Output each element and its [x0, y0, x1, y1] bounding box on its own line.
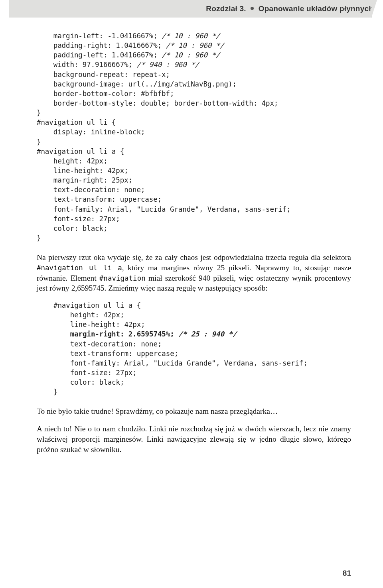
- code-line: #navigation ul li a {: [37, 147, 124, 155]
- code-line: line-height: 42px;: [37, 167, 128, 175]
- code-line: display: inline-block;: [37, 128, 145, 136]
- code-line: color: black;: [37, 224, 107, 232]
- chapter-title: Opanowanie układów płynnych: [259, 4, 373, 13]
- code-line-bold: margin-right: 2.6595745%;: [53, 330, 178, 338]
- code-comment-bold: /* 25 : 940 */: [178, 330, 237, 338]
- code-line: padding-right: 1.0416667%;: [37, 41, 166, 49]
- code-line: height: 42px;: [37, 157, 107, 165]
- code-line: padding-left: 1.0416667%;: [37, 51, 162, 59]
- chapter-header: Rozdział 3. Opanowanie układów płynnych: [9, 0, 379, 18]
- code-line: }: [37, 109, 41, 117]
- para-text: Na pierwszy rzut oka wydaje się, że za c…: [37, 253, 351, 262]
- code-line: font-family: Arial, "Lucida Grande", Ver…: [53, 359, 308, 367]
- code-comment: /* 940 : 960 */: [136, 61, 199, 69]
- code-line: color: black;: [53, 378, 124, 386]
- code-line: }: [37, 138, 41, 146]
- code-comment: /* 10 : 960 */: [166, 41, 224, 49]
- code-line: }: [53, 388, 57, 396]
- code-line: border-bottom-color: #bfbfbf;: [37, 90, 174, 98]
- code-line: text-decoration: none;: [37, 186, 145, 194]
- bullet-separator-icon: [251, 7, 254, 10]
- code-line: background-image: url(../img/atwiNavBg.p…: [37, 80, 237, 88]
- code-line: text-transform: uppercase;: [37, 195, 162, 203]
- page-content: margin-left: -1.0416667%; /* 10 : 960 */…: [0, 18, 383, 454]
- code-block-1: margin-left: -1.0416667%; /* 10 : 960 */…: [37, 31, 351, 243]
- code-line: font-size: 27px;: [53, 369, 137, 377]
- code-line: font-family: Arial, "Lucida Grande", Ver…: [37, 205, 291, 213]
- code-line: text-decoration: none;: [53, 340, 162, 348]
- code-line: }: [37, 234, 41, 242]
- page-number: 81: [343, 569, 351, 578]
- code-comment: /* 10 : 960 */: [162, 32, 220, 40]
- book-page: Rozdział 3. Opanowanie układów płynnych …: [0, 0, 383, 588]
- body-paragraph-3: A niech to! Nie o to nam chodziło. Linki…: [37, 424, 351, 454]
- code-line: margin-right: 25px;: [37, 176, 132, 184]
- code-line: border-bottom-style: double; border-bott…: [37, 99, 278, 107]
- code-line: #navigation ul li {: [37, 118, 116, 126]
- inline-code: #navigation: [99, 274, 146, 282]
- code-line: margin-left: -1.0416667%;: [37, 32, 162, 40]
- body-paragraph-2: To nie było takie trudne! Sprawdźmy, co …: [37, 406, 351, 417]
- page-dogear-icon: [371, 0, 383, 18]
- code-line: #navigation ul li a {: [53, 301, 141, 309]
- code-line: text-transform: uppercase;: [53, 350, 178, 358]
- code-line: width: 97.9166667%;: [37, 61, 136, 69]
- code-line: height: 42px;: [53, 311, 124, 319]
- code-comment: /* 10 : 960 */: [162, 51, 220, 59]
- chapter-header-text: Rozdział 3. Opanowanie układów płynnych: [206, 4, 373, 13]
- code-line: background-repeat: repeat-x;: [37, 71, 170, 79]
- body-paragraph-1: Na pierwszy rzut oka wydaje się, że za c…: [37, 252, 351, 293]
- code-block-2: #navigation ul li a { height: 42px; line…: [37, 301, 351, 397]
- chapter-number: Rozdział 3.: [206, 4, 246, 13]
- inline-code: #navigation ul li a: [37, 264, 122, 272]
- code-line: font-size: 27px;: [37, 215, 120, 223]
- code-line: line-height: 42px;: [53, 321, 145, 328]
